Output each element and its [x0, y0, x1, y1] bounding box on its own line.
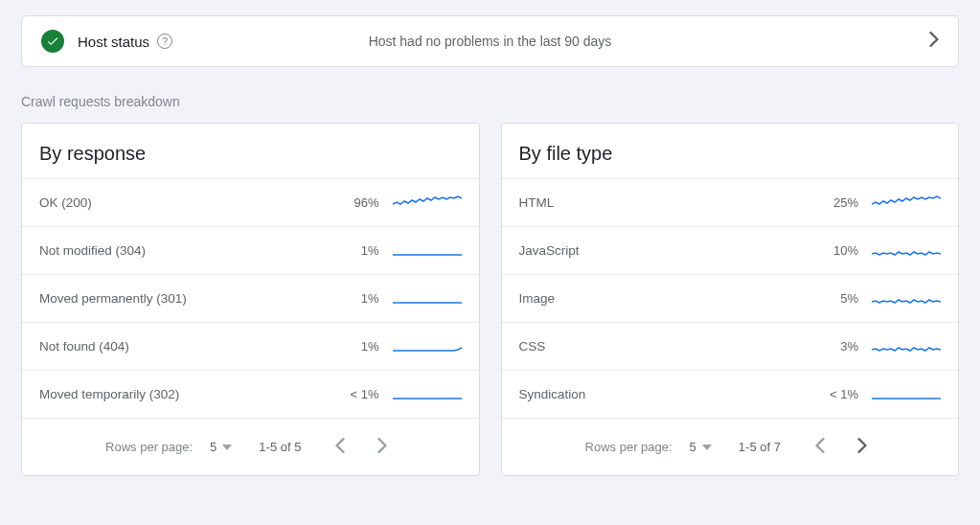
- row-percent: 10%: [812, 243, 858, 258]
- row-label: JavaScript: [519, 243, 813, 258]
- sparkline-icon: [393, 288, 462, 308]
- row-label: OK (200): [39, 195, 333, 210]
- sparkline-icon: [872, 193, 941, 213]
- chevron-right-icon: [929, 32, 939, 51]
- help-icon[interactable]: ?: [157, 34, 172, 49]
- sparkline-icon: [872, 384, 941, 404]
- row-label: HTML: [519, 195, 813, 210]
- sparkline-icon: [393, 240, 462, 261]
- sparkline-icon: [872, 336, 941, 356]
- page-range: 1-5 of 5: [259, 440, 301, 454]
- row-label: Not found (404): [39, 339, 333, 354]
- rows-per-page-label: Rows per page:: [105, 440, 193, 454]
- table-row[interactable]: Syndication< 1%: [502, 370, 959, 418]
- sparkline-icon: [393, 336, 462, 356]
- row-label: Moved permanently (301): [39, 291, 333, 306]
- pager: Rows per page: 5 1-5 of 5: [22, 418, 479, 475]
- next-page-button[interactable]: [370, 434, 395, 460]
- sparkline-icon: [393, 193, 462, 213]
- row-percent: < 1%: [812, 387, 858, 401]
- row-percent: 3%: [812, 339, 858, 354]
- by-response-card: By response OK (200)96%Not modified (304…: [21, 123, 480, 476]
- pager: Rows per page: 5 1-5 of 7: [502, 418, 959, 475]
- sparkline-icon: [872, 240, 941, 261]
- next-page-button[interactable]: [850, 434, 875, 460]
- sparkline-icon: [872, 288, 941, 308]
- row-percent: 25%: [812, 195, 858, 210]
- row-percent: 96%: [333, 195, 379, 210]
- row-label: Moved temporarily (302): [39, 387, 333, 401]
- host-status-card[interactable]: Host status ? Host had no problems in th…: [21, 15, 959, 67]
- table-row[interactable]: Moved temporarily (302)< 1%: [22, 370, 479, 418]
- host-status-message: Host had no problems in the last 90 days: [369, 34, 612, 49]
- rows-per-page-label: Rows per page:: [585, 440, 672, 454]
- table-row[interactable]: Not found (404)1%: [22, 322, 479, 370]
- card-title: By response: [22, 124, 479, 178]
- row-label: Image: [519, 291, 813, 306]
- sparkline-icon: [393, 384, 462, 404]
- row-percent: 1%: [333, 243, 379, 258]
- table-row[interactable]: Image5%: [502, 274, 959, 322]
- row-label: Not modified (304): [39, 243, 333, 258]
- card-title: By file type: [502, 124, 959, 178]
- section-label: Crawl requests breakdown: [21, 94, 959, 109]
- triangle-down-icon: [702, 445, 712, 450]
- by-file-type-card: By file type HTML25%JavaScript10%Image5%…: [501, 123, 960, 476]
- check-circle-icon: [41, 30, 64, 53]
- prev-page-button[interactable]: [808, 434, 832, 460]
- row-percent: 5%: [812, 291, 858, 306]
- host-status-title: Host status: [78, 34, 149, 50]
- row-percent: 1%: [333, 291, 379, 306]
- rows-per-page-select[interactable]: 5: [690, 440, 712, 454]
- table-row[interactable]: CSS3%: [502, 322, 959, 370]
- triangle-down-icon: [222, 445, 232, 450]
- prev-page-button[interactable]: [328, 434, 353, 460]
- rows-per-page-select[interactable]: 5: [210, 440, 232, 454]
- table-row[interactable]: JavaScript10%: [502, 226, 959, 274]
- table-row[interactable]: Not modified (304)1%: [22, 226, 479, 274]
- table-row[interactable]: HTML25%: [502, 178, 959, 226]
- row-label: CSS: [519, 339, 813, 354]
- table-row[interactable]: Moved permanently (301)1%: [22, 274, 479, 322]
- row-percent: < 1%: [333, 387, 379, 401]
- table-row[interactable]: OK (200)96%: [22, 178, 479, 226]
- row-label: Syndication: [519, 387, 813, 401]
- row-percent: 1%: [333, 339, 379, 354]
- page-range: 1-5 of 7: [739, 440, 781, 454]
